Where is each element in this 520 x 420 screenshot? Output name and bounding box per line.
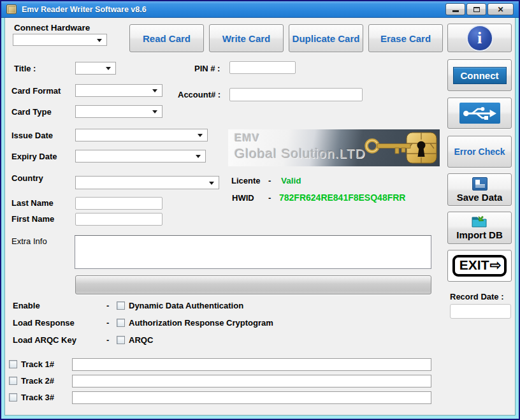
expiry-date-label: Expiry Date (11, 152, 57, 161)
progress-bar (75, 275, 431, 294)
country-select[interactable] (75, 176, 219, 189)
save-data-icon (472, 177, 487, 191)
expiry-date-select[interactable] (75, 150, 206, 163)
exit-button[interactable]: EXIT ⇨ (447, 250, 512, 282)
track1-label: Track 1# (21, 359, 54, 369)
record-date-input[interactable] (450, 304, 511, 319)
arc-checkbox[interactable] (117, 319, 125, 327)
chevron-down-icon (209, 182, 214, 185)
usb-button[interactable] (447, 98, 512, 129)
error-check-button[interactable]: Error Check (447, 136, 512, 168)
erase-card-button[interactable]: Erase Card (368, 24, 443, 52)
dda-checkbox-label: Dynamic Data Authentication (129, 301, 243, 310)
chevron-down-icon (152, 110, 157, 113)
key-and-chip-icon (363, 131, 438, 164)
import-db-icon (472, 215, 488, 228)
license-status: Valid (281, 176, 301, 185)
duplicate-card-button[interactable]: Duplicate Card (289, 24, 363, 52)
exit-arrow-icon: ⇨ (490, 257, 502, 273)
maximize-icon (473, 7, 480, 12)
info-icon: i (468, 26, 492, 50)
connect-hardware-label: Connect Hardware (14, 23, 90, 33)
issue-date-select[interactable] (75, 129, 208, 141)
enable-label: Enable (13, 301, 40, 310)
dda-checkbox[interactable] (117, 301, 125, 310)
write-card-button[interactable]: Write Card (209, 24, 284, 52)
card-format-label: Card Format (11, 86, 61, 96)
pin-input[interactable] (229, 61, 296, 74)
record-date-label: Record Date : (450, 292, 504, 301)
last-name-label: Last Name (11, 198, 54, 208)
country-label: Country (11, 173, 43, 183)
title-select[interactable] (75, 62, 116, 75)
arqc-checkbox-label: ARQC (129, 335, 153, 345)
dash-separator: - (106, 335, 109, 345)
first-name-label: First Name (11, 214, 54, 224)
save-data-label: Save Data (457, 192, 503, 203)
pin-label: PIN # : (194, 64, 220, 73)
titlebar: Emv Reader Writer Software v8.6 ✕ (0, 0, 520, 18)
license-dash: - (268, 176, 271, 185)
track3-checkbox[interactable] (9, 393, 17, 402)
connect-button-face: Connect (453, 67, 507, 84)
track3-input[interactable] (72, 391, 431, 404)
extra-info-label: Extra Info (11, 236, 47, 246)
close-button[interactable]: ✕ (487, 3, 514, 15)
license-label: Licente (231, 176, 261, 185)
hwid-value: 782FR624RE841F8ESQ48FRR (279, 192, 405, 203)
read-card-button[interactable]: Read Card (129, 24, 204, 52)
maximize-button[interactable] (466, 3, 486, 15)
chevron-down-icon (198, 134, 203, 137)
track1-input[interactable] (72, 358, 431, 371)
load-response-label: Load Response (13, 318, 75, 328)
app-icon (6, 4, 17, 14)
title-label: Title : (14, 64, 36, 73)
chevron-down-icon (152, 89, 157, 92)
card-type-select[interactable] (75, 105, 162, 118)
arc-checkbox-label: Authorization Response Cryptogram (129, 318, 273, 328)
info-button[interactable]: i (447, 24, 512, 52)
track2-input[interactable] (72, 375, 431, 387)
track2-checkbox[interactable] (9, 377, 17, 385)
dash-separator: - (106, 301, 109, 310)
last-name-input[interactable] (75, 197, 162, 210)
exit-label: EXIT (459, 257, 489, 273)
emv-banner: EMV Global Solution.LTD (228, 129, 440, 166)
connect-button[interactable]: Connect (447, 59, 512, 91)
card-format-select[interactable] (75, 84, 162, 97)
window-controls: ✕ (445, 3, 514, 15)
track3-label: Track 3# (21, 393, 54, 402)
connect-hardware-select[interactable] (13, 34, 107, 46)
account-label: Account# : (178, 90, 220, 99)
chevron-down-icon (97, 39, 102, 42)
usb-icon (459, 103, 500, 124)
minimize-icon (452, 10, 459, 12)
first-name-input[interactable] (75, 213, 162, 226)
chevron-down-icon (196, 155, 201, 158)
load-arqc-key-label: Load ARQC Key (13, 335, 76, 345)
import-db-label: Import DB (456, 229, 503, 240)
close-icon: ✕ (497, 6, 503, 13)
banner-line2: Global Solution.LTD (235, 146, 365, 161)
exit-button-face: EXIT ⇨ (452, 255, 507, 276)
account-input[interactable] (229, 88, 363, 101)
save-data-button[interactable]: Save Data (447, 173, 512, 206)
dash-separator: - (106, 318, 109, 328)
banner-line1: EMV (235, 132, 260, 145)
track1-checkbox[interactable] (9, 360, 17, 368)
extra-info-textarea[interactable] (75, 235, 431, 269)
chevron-down-icon (106, 67, 111, 70)
hwid-label: HWID (232, 193, 254, 203)
issue-date-label: Issue Date (11, 131, 53, 140)
card-type-label: Card Type (11, 107, 52, 117)
minimize-button[interactable] (445, 3, 465, 15)
track2-label: Track 2# (21, 376, 54, 386)
arqc-checkbox[interactable] (117, 336, 125, 344)
window-title: Emv Reader Writer Software v8.6 (22, 5, 147, 14)
import-db-button[interactable]: Import DB (447, 212, 512, 244)
hwid-dash: - (268, 193, 271, 203)
app-window: Emv Reader Writer Software v8.6 ✕ Connec… (0, 0, 520, 420)
